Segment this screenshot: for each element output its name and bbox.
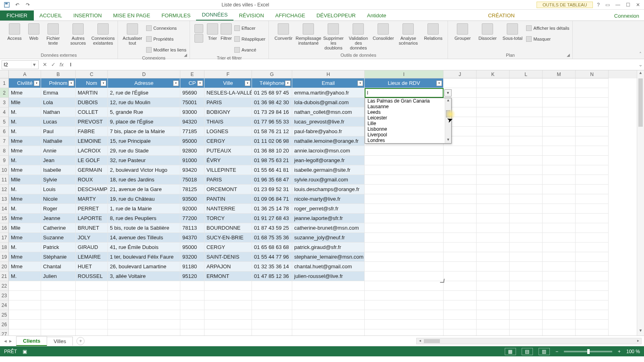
tab-developpeur[interactable]: DÉVELOPPEUR	[311, 11, 361, 21]
cell[interactable]	[510, 329, 543, 336]
filter-icon[interactable]: ▾	[197, 80, 203, 86]
header-cell[interactable]	[543, 78, 576, 88]
cell[interactable]	[108, 320, 180, 329]
cell[interactable]: CERGY	[204, 243, 252, 252]
cell[interactable]	[543, 88, 576, 98]
cell[interactable]: 77200	[180, 214, 204, 223]
signin-link[interactable]: Connexion	[609, 11, 644, 21]
cell[interactable]: 91000	[180, 156, 204, 165]
cell[interactable]	[543, 146, 576, 156]
cell[interactable]	[76, 300, 108, 310]
cell[interactable]: 92000	[180, 204, 204, 214]
cell[interactable]	[292, 291, 365, 300]
dropdown-item[interactable]: Lille	[365, 121, 451, 126]
filter-icon[interactable]: ▾	[245, 80, 250, 86]
cell[interactable]	[444, 185, 477, 194]
cell[interactable]	[576, 156, 609, 165]
cell[interactable]: ARPAJON	[204, 262, 252, 272]
add-sheet-button[interactable]: +	[76, 337, 85, 345]
cell[interactable]	[444, 204, 477, 214]
cell[interactable]: 9, place de l'Église	[108, 117, 180, 127]
cell[interactable]: Julien	[41, 272, 76, 281]
cell[interactable]: Mme	[9, 88, 41, 98]
header-cell[interactable]: Ville▾	[204, 78, 252, 88]
expand-formula-icon[interactable]: ⌄	[637, 62, 644, 68]
cell[interactable]: ERMONT	[204, 272, 252, 281]
cell[interactable]: Mme	[9, 136, 41, 146]
cell[interactable]	[543, 136, 576, 146]
cell[interactable]: 01 55 66 41 81	[252, 165, 292, 175]
col-header-L[interactable]: L	[510, 70, 543, 78]
cell[interactable]	[252, 329, 292, 336]
cell[interactable]: 01 68 75 35 36	[252, 233, 292, 243]
cell[interactable]: Sylvie	[41, 175, 76, 185]
col-header-C[interactable]: C	[76, 70, 108, 78]
show-detail-button[interactable]: Afficher les détails	[526, 23, 569, 33]
cell[interactable]: 01 58 76 21 12	[252, 127, 292, 136]
row-header[interactable]: 23	[0, 291, 9, 300]
cell[interactable]	[180, 300, 204, 310]
scroll-up-icon[interactable]: ▲	[445, 98, 451, 104]
cell[interactable]	[576, 233, 609, 243]
cell[interactable]	[543, 127, 576, 136]
cell[interactable]: Nicole	[41, 194, 76, 204]
cell[interactable]: 93200	[180, 252, 204, 262]
cell[interactable]: Mlle	[9, 98, 41, 107]
cell[interactable]: chantal.huet@gmail.com	[292, 262, 365, 272]
row-header[interactable]: 27	[0, 329, 9, 336]
sort-asc-icon[interactable]	[193, 23, 204, 33]
cell[interactable]	[9, 320, 41, 329]
dropdown-item[interactable]: Leeds	[365, 109, 451, 115]
cell[interactable]	[76, 320, 108, 329]
cell[interactable]: ÉVRY	[204, 156, 252, 165]
cell[interactable]	[543, 194, 576, 204]
cell[interactable]: 14, avenue des Tilleuls	[108, 233, 180, 243]
cell[interactable]	[365, 243, 444, 252]
row-header[interactable]: 12	[0, 185, 9, 194]
cell[interactable]	[365, 300, 444, 310]
col-header-D[interactable]: D	[108, 70, 180, 78]
cell[interactable]	[510, 320, 543, 329]
cell[interactable]: 92800	[180, 146, 204, 156]
cell[interactable]	[477, 88, 510, 98]
cell[interactable]	[576, 214, 609, 223]
cell[interactable]	[204, 310, 252, 320]
cell[interactable]: catherine-brunet@msn.com	[292, 223, 365, 233]
cell[interactable]	[576, 194, 609, 204]
validation-dropdown[interactable]: Las Palmas de Gran CanariaLausanneLeedsL…	[365, 98, 452, 144]
cell[interactable]: M.	[9, 127, 41, 136]
header-cell[interactable]: Téléphone▾	[252, 78, 292, 88]
cell[interactable]	[444, 291, 477, 300]
filter-icon[interactable]: ▾	[68, 80, 74, 86]
cell[interactable]	[252, 320, 292, 329]
cell[interactable]: 18, rue des Jardins	[108, 175, 180, 185]
cell[interactable]	[477, 262, 510, 272]
cell[interactable]	[477, 223, 510, 233]
cell[interactable]: 12, rue du Moulin	[108, 98, 180, 107]
cell[interactable]: isabelle.germain@site.fr	[292, 165, 365, 175]
cell[interactable]: 01 36 25 14 78	[252, 204, 292, 214]
cell[interactable]	[510, 272, 543, 281]
cell[interactable]	[204, 300, 252, 310]
cell[interactable]: CERGY	[204, 136, 252, 146]
cell[interactable]: 01 96 35 68 47	[252, 175, 292, 185]
cell[interactable]: Isabelle	[41, 165, 76, 175]
cell[interactable]	[477, 136, 510, 146]
cell[interactable]: 32, rue Pasteur	[108, 156, 180, 165]
cell[interactable]: PARIS	[204, 98, 252, 107]
relations-button[interactable]: Relations	[422, 23, 444, 41]
row-header[interactable]: 21	[0, 272, 9, 281]
cell[interactable]: louis.deschamps@orange.fr	[292, 185, 365, 194]
cells-area[interactable]: Civilité▾Prénom▾Nom▾Adresse▾CP▾Ville▾Tél…	[9, 78, 637, 335]
cell[interactable]: 01 09 06 84 71	[252, 194, 292, 204]
tab-donnees[interactable]: DONNÉES	[196, 10, 233, 21]
cell[interactable]: Mme	[9, 214, 41, 223]
cell[interactable]: 01 55 44 77 96	[252, 252, 292, 262]
cell[interactable]: Patrick	[41, 243, 76, 252]
cell[interactable]: Stéphanie	[41, 252, 76, 262]
row-header[interactable]: 14	[0, 204, 9, 214]
cell[interactable]: 01 98 75 63 21	[252, 156, 292, 165]
dropdown-item[interactable]: Lisbonne	[365, 126, 451, 132]
cell[interactable]: 75001	[180, 98, 204, 107]
cell[interactable]: PUTEAUX	[204, 146, 252, 156]
